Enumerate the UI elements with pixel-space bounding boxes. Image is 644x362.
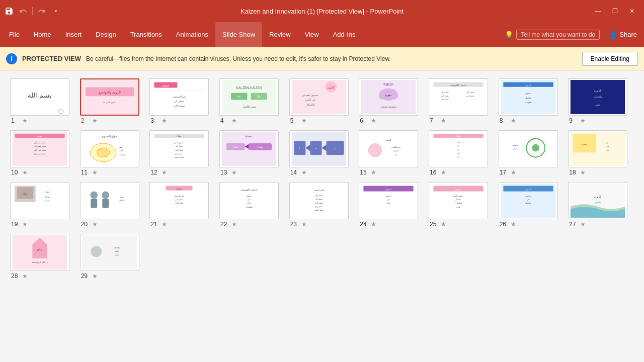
tab-insert[interactable]: Insert [58,22,89,47]
svg-text:نص: نص [457,152,460,154]
slide-item-1[interactable]: بسم الله 1 ★ [10,78,76,124]
slide-thumb-3[interactable]: عنوان نص المحتوى سطر ثاني سطر ثالث [149,78,209,116]
svg-text:ب: ب [314,147,316,149]
slide-item-21[interactable]: عنوان نص المحتوى سطر ثاني سطر ثالث 21 ★ [149,182,215,228]
undo-icon[interactable] [18,6,28,16]
svg-text:عنوان: عنوان [456,135,461,137]
slide-item-14[interactable]: أ ب ج 14 ★ [289,130,355,176]
slide-thumb-28[interactable]: پایان با تشکر از توجه شما [10,234,69,271]
slide-thumb-5[interactable]: كايزن محتوى تفصيلي عن كايزن والابتكار [289,78,349,116]
slide-info-10: 10 ★ [10,169,28,176]
svg-text:Kaizen: Kaizen [384,82,394,86]
slide-item-22[interactable]: عنوان الشريحة محتوى نص بيانات معلومات 22… [219,182,285,228]
share-button[interactable]: 👤 Share [604,22,642,47]
slide-thumb-14[interactable]: أ ب ج [289,130,349,167]
slide-item-29[interactable]: ملاحظة ختامية أخيرة 29 ★ [80,234,146,280]
slide-thumb-20[interactable]: فريق العمل [80,182,139,219]
slide-thumb-17[interactable]: محتوى النص [499,130,558,167]
svg-rect-170 [82,235,136,269]
slide-thumb-8[interactable]: عنوان محتوى تفاصيل معلومات [499,78,558,116]
slide-item-6[interactable]: Kaizen مفهوم تفاصيل إضافية 6 ★ [359,78,425,124]
slide-item-5[interactable]: كايزن محتوى تفصيلي عن كايزن والابتكار 5 … [289,78,355,124]
slide-thumb-4[interactable]: KAI-ZEN-KAIZEN KAI ZEN تغيير للأفضل [219,78,279,116]
slide-item-12[interactable]: عنوان محتوى النص سطر ثاني سطر ثالث سطر ر… [149,130,215,176]
slide-thumb-6[interactable]: Kaizen مفهوم تفاصيل إضافية [359,78,418,116]
svg-text:محتوى: محتوى [386,195,391,197]
redo-icon[interactable] [37,6,47,16]
slide-thumb-15[interactable]: عنوان نص مكتوب بالعربية هنا [359,130,418,167]
slide-item-23[interactable]: نص عربي سطر أول سطر ثاني سطر ثالث سطر را… [289,182,355,228]
slide-thumb-10[interactable]: عنوان سطر نصي أول سطر نصي ثاني سطر نصي ث… [10,130,69,167]
svg-text:خطوة 2: خطوة 2 [257,146,264,148]
slide-item-27[interactable]: كايزن والابتكار 27 ★ [568,182,634,228]
slide-item-10[interactable]: عنوان سطر نصي أول سطر نصي ثاني سطر نصي ث… [10,130,76,176]
svg-text:تفاصيل: تفاصيل [595,104,601,106]
slide-item-20[interactable]: فريق العمل 20 ★ [80,182,146,228]
slide-thumb-1[interactable]: بسم الله [10,78,69,116]
tab-design[interactable]: Design [89,22,123,47]
slide-item-2[interactable]: الرؤية والتواضع محتوى الشريحة 2 ★ [80,78,146,124]
restore-button[interactable]: ❐ [607,4,623,18]
slide-thumb-21[interactable]: عنوان نص المحتوى سطر ثاني سطر ثالث [149,182,209,219]
svg-text:سطر رابع: سطر رابع [176,152,184,155]
enable-editing-button[interactable]: Enable Editing [582,52,638,66]
slide-thumb-26[interactable]: عنوان محتوى نص تفاصيل [499,182,558,219]
svg-text:نص المحتوى: نص المحتوى [174,195,184,197]
tab-transitions[interactable]: Transitions [123,22,169,47]
slide-thumb-18[interactable]: صورة نص نص نص [568,130,627,167]
slide-thumb-19[interactable]: بناء عنوان نص أول نص ثاني [10,182,69,219]
slide-thumb-24[interactable]: عنوان محتوى نص بيانات [359,182,418,219]
window-controls: — ❐ ✕ [590,4,640,18]
slide-thumb-27[interactable]: كايزن والابتكار [568,182,627,219]
close-button[interactable]: ✕ [624,4,640,18]
svg-point-59 [97,148,110,157]
svg-rect-123 [102,199,109,208]
svg-text:سطر خامس: سطر خامس [314,209,324,211]
slide-thumb-22[interactable]: عنوان الشريحة محتوى نص بيانات معلومات [219,182,279,219]
tab-file[interactable]: File [2,22,27,47]
slide-item-7[interactable]: عنوان الشريحة نقطة أولى نقطة ثانية نقطة … [429,78,495,124]
search-box[interactable]: Tell me what you want to do [516,30,600,40]
slide-item-3[interactable]: عنوان نص المحتوى سطر ثاني سطر ثالث 3 ★ [149,78,215,124]
minimize-button[interactable]: — [590,4,606,18]
tab-animations[interactable]: Animations [169,22,215,47]
slide-thumb-12[interactable]: عنوان محتوى النص سطر ثاني سطر ثالث سطر ر… [149,130,209,167]
svg-text:بيانات: بيانات [119,150,124,152]
slide-item-11[interactable]: عنوان المحتوى نص بيانات معلومات 11 ★ [80,130,146,176]
slide-info-27: 27 ★ [568,221,586,228]
slide-info-1: 1 ★ [10,117,28,124]
slide-item-19[interactable]: بناء عنوان نص أول نص ثاني 19 ★ [10,182,76,228]
tab-view[interactable]: View [298,22,326,47]
slide-item-16[interactable]: عنوان نص نص نص نص نص 16 ★ [429,130,495,176]
slide-item-15[interactable]: عنوان نص مكتوب بالعربية هنا 15 ★ [359,130,425,176]
tab-review[interactable]: Review [262,22,298,47]
slide-thumb-2[interactable]: الرؤية والتواضع محتوى الشريحة [80,78,139,116]
slide-item-13[interactable]: مخطط خطوة 1 خطوة 2 13 ★ [219,130,285,176]
slide-info-7: 7 ★ [429,117,446,124]
slide-item-25[interactable]: عنوان محتوى النص تفاصيل معلومات بيانات 2… [429,182,495,228]
svg-rect-121 [91,199,97,208]
slide-item-18[interactable]: صورة نص نص نص 18 ★ [568,130,634,176]
slide-thumb-13[interactable]: مخطط خطوة 1 خطوة 2 [219,130,279,167]
slide-thumb-9[interactable]: كايزن والابتكار تفاصيل [568,78,627,116]
tab-addins[interactable]: Add-Ins [326,22,363,47]
slide-item-24[interactable]: عنوان محتوى نص بيانات 24 ★ [359,182,425,228]
slide-item-4[interactable]: KAI-ZEN-KAIZEN KAI ZEN تغيير للأفضل 4 ★ [219,78,285,124]
slide-item-8[interactable]: عنوان محتوى تفاصيل معلومات 8 ★ [499,78,565,124]
save-icon[interactable] [4,6,14,16]
slide-thumb-11[interactable]: عنوان المحتوى نص بيانات معلومات [80,130,139,167]
tab-slideshow[interactable]: Slide Show [215,22,262,47]
tab-home[interactable]: Home [27,22,58,47]
slide-thumb-16[interactable]: عنوان نص نص نص نص نص [429,130,488,167]
slide-item-9[interactable]: كايزن والابتكار تفاصيل 9 ★ [568,78,634,124]
slide-thumb-29[interactable]: ملاحظة ختامية أخيرة [80,234,139,271]
slide-thumb-7[interactable]: عنوان الشريحة نقطة أولى نقطة ثانية نقطة … [429,78,488,116]
slide-thumb-25[interactable]: عنوان محتوى النص تفاصيل معلومات بيانات [429,182,488,219]
svg-text:والابتكار: والابتكار [594,201,601,204]
slide-thumb-23[interactable]: نص عربي سطر أول سطر ثاني سطر ثالث سطر را… [289,182,349,219]
slide-item-17[interactable]: محتوى النص 17 ★ [499,130,565,176]
slide-item-28[interactable]: پایان با تشکر از توجه شما 28 ★ [10,234,76,280]
slide-item-26[interactable]: عنوان محتوى نص تفاصيل 26 ★ [499,182,565,228]
slide-info-4: 4 ★ [219,117,237,124]
customize-icon[interactable] [51,6,61,16]
